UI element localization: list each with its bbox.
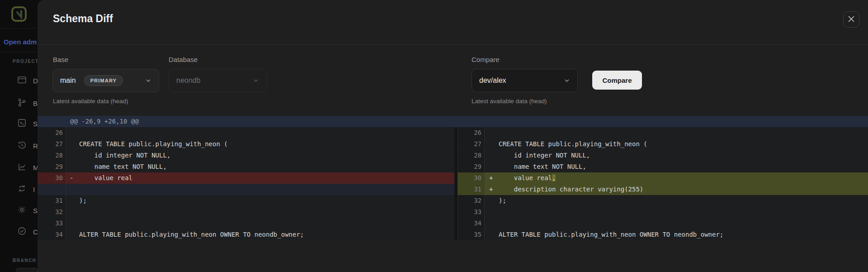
sidebar: Open adm PROJECT D B S R M I S C BRANCH (0, 0, 38, 272)
sidebar-item-label: M (33, 164, 38, 172)
diff-row: 29 name text NOT NULL, (458, 161, 868, 172)
database-label: Database (169, 56, 198, 63)
diff-row: 28 id integer NOT NULL, (38, 150, 454, 161)
branch-selector-partial[interactable] (16, 268, 38, 272)
sidebar-item-label: R (33, 142, 38, 150)
diff-row: 28 id integer NOT NULL, (458, 150, 868, 161)
sidebar-item-label: B (33, 100, 38, 107)
database-value: neondb (176, 76, 200, 85)
settings-icon (17, 205, 27, 216)
diff-row: 29 name text NOT NULL, (38, 161, 454, 172)
diff-row: 33 (458, 206, 868, 218)
modal-title: Schema Diff (53, 13, 113, 25)
sidebar-item-label: S (33, 120, 38, 128)
sidebar-item-checklist[interactable]: C (17, 226, 38, 237)
sidebar-item-monitoring[interactable]: M (17, 162, 38, 173)
schema-diff-viewer: @@ -26,9 +26,10 @@ 26 27CREATE TABLE pub… (38, 116, 868, 240)
chevron-down-icon (145, 77, 151, 84)
compare-button[interactable]: Compare (592, 71, 642, 90)
diff-row-filler (38, 184, 454, 195)
sidebar-item-label: S (33, 207, 38, 215)
sidebar-item-sql-editor[interactable]: S (17, 118, 38, 129)
neon-logo (11, 5, 27, 25)
base-label: Base (53, 56, 68, 63)
diff-row: 35ALTER TABLE public.playing_with_neon O… (458, 229, 868, 240)
close-button[interactable] (843, 11, 859, 28)
diff-row: 27CREATE TABLE public.playing_with_neon … (458, 138, 868, 150)
sidebar-item-settings[interactable]: S (17, 205, 38, 216)
base-branch-value: main (60, 76, 76, 85)
diff-row-removed: 30- value real (38, 172, 454, 184)
sidebar-item-label: D (33, 77, 38, 85)
sidebar-divider (0, 28, 38, 29)
base-branch-select[interactable]: main PRIMARY (52, 69, 159, 92)
compare-branch-value: dev/alex (479, 76, 506, 85)
sidebar-item-branches[interactable]: B (17, 98, 38, 109)
diff-row: 33 (38, 218, 454, 229)
diff-row: 32 (38, 206, 454, 218)
sidebar-divider (0, 52, 38, 52)
compare-caption: Latest available data (head) (472, 98, 547, 105)
hunk-header: @@ -26,9 +26,10 @@ (38, 116, 868, 127)
chevron-down-icon (564, 77, 570, 84)
sidebar-item-label: C (33, 228, 38, 236)
open-admin-link[interactable]: Open adm (4, 38, 38, 46)
diff-row: 26 (38, 127, 454, 138)
diff-pane-compare: 26 27CREATE TABLE public.playing_with_ne… (458, 127, 868, 240)
diff-row: 32); (458, 195, 868, 206)
dashboard-icon (17, 75, 27, 86)
branches-icon (17, 98, 27, 109)
schema-diff-modal: Schema Diff Base Database Compare main P… (38, 0, 868, 272)
base-caption: Latest available data (head) (53, 98, 128, 105)
diff-row: 31); (38, 195, 454, 206)
close-icon (848, 15, 855, 24)
checklist-icon (17, 226, 27, 238)
diff-row: 34 (458, 218, 868, 229)
monitoring-icon (17, 162, 27, 173)
diff-row-added: 31+ description character varying(255) (458, 184, 868, 195)
diff-row: 27CREATE TABLE public.playing_with_neon … (38, 138, 454, 150)
compare-branch-select[interactable]: dev/alex (472, 69, 578, 92)
diff-pane-base: 26 27CREATE TABLE public.playing_with_ne… (38, 127, 454, 240)
chevron-down-icon (253, 77, 259, 84)
sidebar-item-integrations[interactable]: I (17, 184, 38, 195)
pane-divider (454, 127, 458, 240)
primary-badge: PRIMARY (84, 75, 123, 86)
header-divider (38, 44, 868, 45)
project-section-label: PROJECT (13, 59, 38, 64)
diff-row: 26 (458, 127, 868, 138)
sidebar-item-restore[interactable]: R (17, 140, 38, 151)
branch-section-label: BRANCH (13, 258, 38, 263)
compare-label: Compare (472, 56, 500, 63)
integrations-icon (17, 184, 27, 195)
word-diff-highlight: , (552, 174, 556, 181)
diff-row-added: 30+ value real, (458, 172, 868, 184)
diff-row: 34ALTER TABLE public.playing_with_neon O… (38, 229, 454, 240)
sidebar-item-dashboard[interactable]: D (17, 75, 38, 86)
sql-editor-icon (17, 118, 27, 129)
sidebar-item-label: I (33, 186, 38, 193)
restore-icon (17, 140, 27, 152)
database-select: neondb (169, 69, 267, 92)
